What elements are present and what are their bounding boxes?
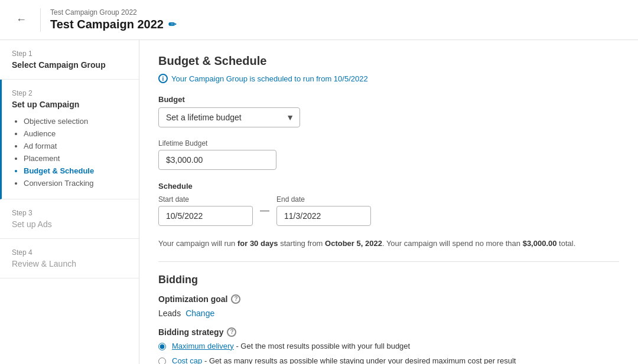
optimization-help-icon[interactable]: ? (231, 294, 240, 304)
step-2-subitems: Objective selection Audience Ad format P… (12, 115, 127, 189)
bidding-title: Bidding (158, 274, 619, 286)
info-icon: i (158, 74, 168, 83)
end-date-label: End date (276, 195, 371, 204)
sidebar-step-1[interactable]: Step 1 Select Campaign Group (0, 40, 139, 80)
step-4-title: Review & Launch (12, 259, 127, 268)
step-4-label: Step 4 (12, 248, 127, 257)
bidding-strategy-label: Bidding strategy ? (158, 327, 619, 337)
section-divider (158, 261, 619, 262)
start-date-input[interactable] (158, 206, 253, 226)
radio-cost-cap[interactable]: Cost cap - Get as many results as possib… (158, 356, 619, 365)
schedule-row: Start date — End date (158, 195, 619, 226)
optimization-value: Leads (158, 309, 181, 318)
sidebar-step-2[interactable]: Step 2 Set up Campaign Objective selecti… (0, 80, 139, 199)
section-title: Budget & Schedule (158, 54, 619, 68)
max-delivery-text: Maximum delivery (172, 342, 234, 350)
back-button[interactable]: ← (12, 11, 31, 29)
content-area: Budget & Schedule i Your Campaign Group … (139, 40, 638, 364)
end-date-input[interactable] (276, 206, 371, 226)
start-date-group: Start date (158, 195, 253, 226)
subitem-placement[interactable]: Placement (24, 152, 127, 165)
edit-icon[interactable]: ✏ (168, 19, 176, 30)
radio-max-delivery-label: Maximum delivery - Get the most results … (172, 342, 410, 350)
radio-cost-cap-input[interactable] (158, 358, 166, 365)
subitem-budget-schedule[interactable]: Budget & Schedule (24, 165, 127, 177)
sidebar: Step 1 Select Campaign Group Step 2 Set … (0, 40, 139, 364)
lifetime-budget-input[interactable] (158, 150, 276, 170)
radio-max-delivery[interactable]: Maximum delivery - Get the most results … (158, 342, 619, 350)
campaign-info-text: Your campaign will run for 30 days start… (158, 238, 619, 250)
sidebar-step-4[interactable]: Step 4 Review & Launch (0, 239, 139, 278)
app-container: ← Test Campaign Group 2022 Test Campaign… (0, 0, 638, 364)
header-divider (40, 8, 41, 32)
step-1-title: Select Campaign Group (12, 60, 127, 70)
bidding-radio-group: Maximum delivery - Get the most results … (158, 342, 619, 365)
date-dash: — (260, 205, 269, 216)
budget-select-wrapper: Set a lifetime budget Set a daily budget… (158, 107, 300, 127)
step-1-label: Step 1 (12, 50, 127, 58)
header-subtitle: Test Campaign Group 2022 (50, 8, 176, 17)
end-date-group: End date (276, 195, 371, 226)
cost-cap-suffix: - Get as many results as possible while … (204, 356, 516, 365)
lifetime-budget-label: Lifetime Budget (158, 139, 619, 147)
optimization-row: Leads Change (158, 309, 619, 318)
schedule-label: Schedule (158, 182, 619, 191)
info-message: Your Campaign Group is scheduled to run … (171, 74, 368, 83)
step-3-title: Set up Ads (12, 219, 127, 229)
budget-field-group: Budget Set a lifetime budget Set a daily… (158, 95, 619, 127)
max-delivery-suffix: - Get the most results possible with you… (236, 342, 410, 350)
schedule-field-group: Schedule Start date — End date (158, 182, 619, 226)
subitem-audience[interactable]: Audience (24, 127, 127, 140)
budget-select[interactable]: Set a lifetime budget Set a daily budget (158, 107, 300, 127)
optimization-goal-label: Optimization goal ? (158, 294, 619, 304)
bidding-strategy-help-icon[interactable]: ? (227, 327, 236, 337)
start-date-label: Start date (158, 195, 253, 204)
cost-cap-text: Cost cap (172, 356, 202, 365)
step-2-title: Set up Campaign (12, 100, 127, 109)
lifetime-budget-field-group: Lifetime Budget (158, 139, 619, 170)
change-link[interactable]: Change (185, 309, 214, 318)
budget-label: Budget (158, 95, 619, 104)
campaign-title-text: Test Campaign 2022 (50, 18, 164, 31)
radio-cost-cap-label: Cost cap - Get as many results as possib… (172, 356, 516, 365)
subitem-objective[interactable]: Objective selection (24, 115, 127, 127)
step-2-label: Step 2 (12, 89, 127, 97)
radio-max-delivery-input[interactable] (158, 343, 166, 350)
header: ← Test Campaign Group 2022 Test Campaign… (0, 0, 638, 40)
sidebar-step-3[interactable]: Step 3 Set up Ads (0, 199, 139, 239)
subitem-conversion-tracking[interactable]: Conversion Tracking (24, 177, 127, 189)
step-3-label: Step 3 (12, 209, 127, 217)
header-titles: Test Campaign Group 2022 Test Campaign 2… (50, 8, 176, 31)
header-title: Test Campaign 2022 ✏ (50, 18, 176, 31)
subitem-ad-format[interactable]: Ad format (24, 140, 127, 152)
main-layout: Step 1 Select Campaign Group Step 2 Set … (0, 40, 638, 364)
info-bar: i Your Campaign Group is scheduled to ru… (158, 74, 619, 83)
